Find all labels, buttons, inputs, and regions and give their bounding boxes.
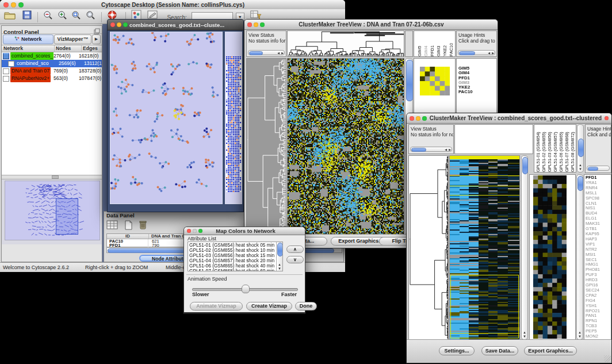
gene-label[interactable]: PHO81 <box>584 267 611 273</box>
speed-slider-thumb[interactable] <box>242 285 250 293</box>
zoom-button[interactable] <box>18 2 24 7</box>
tv2-usage-hscroll[interactable] <box>587 166 610 171</box>
tv1-column-dendrogram-panel[interactable] <box>287 30 404 57</box>
gene-label[interactable]: GTB1 <box>584 227 611 232</box>
zoom-matrix-canvas[interactable] <box>420 67 450 95</box>
tv2-zoom-panel[interactable] <box>529 174 576 340</box>
done-button[interactable]: Done <box>295 302 317 311</box>
resize-grip[interactable] <box>604 355 611 362</box>
tv2-gene-dendrogram-panel[interactable] <box>408 155 449 340</box>
move-up-button[interactable]: ∧ <box>286 246 304 253</box>
scroll-left-icon[interactable]: ◀ <box>445 148 447 151</box>
open-file-icon[interactable] <box>3 10 16 24</box>
gene-label[interactable]: SEC1 <box>584 258 611 263</box>
zoom-button[interactable] <box>123 22 128 27</box>
main-titlebar[interactable]: Cytoscape Desktop (Session Name: collins… <box>0 0 345 10</box>
move-down-button[interactable]: ∨ <box>286 256 304 263</box>
scroll-up-icon[interactable]: ▲ <box>577 331 583 334</box>
network-list-row[interactable]: combined_sco2569(6)13112(15) <box>2 60 102 67</box>
tv2-column-dendrogram-panel[interactable] <box>454 124 533 154</box>
scroll-up-icon[interactable]: ▲ <box>522 331 527 334</box>
settings-button[interactable]: Settings... <box>439 346 475 355</box>
gene-label[interactable]: VIP1 <box>584 242 611 247</box>
scroll-left-icon[interactable]: ◀ <box>277 51 280 55</box>
tv2-status-hscroll[interactable]: ◀ ▶ <box>410 147 452 152</box>
zoom-button[interactable] <box>260 22 265 27</box>
gene-label[interactable]: HRD3 <box>584 278 611 283</box>
tv1-titlebar[interactable]: ClusterMaker TreeView : DNA and Tran 07-… <box>244 20 498 30</box>
gene-label[interactable]: MAK31 <box>584 221 611 227</box>
tv2-zoom-vscroll[interactable]: ▲ ▼ <box>576 174 583 340</box>
gene-label[interactable]: MSI1 <box>584 252 611 258</box>
zoom-selected-icon[interactable] <box>71 10 82 24</box>
network-list-row[interactable]: DNA and Tran 07769(0)183728(0) <box>2 67 102 75</box>
hscroll-thumb[interactable] <box>411 148 426 152</box>
hscroll-thumb[interactable] <box>249 51 263 55</box>
attr-list-vscroll[interactable]: ▲ ▼ <box>276 242 282 271</box>
minimize-button[interactable] <box>11 2 16 7</box>
gene-label[interactable]: HMG1 <box>584 262 611 267</box>
gene-label[interactable]: RPO21 <box>584 309 611 314</box>
close-button[interactable] <box>187 229 191 233</box>
gene-label[interactable]: HAP3 <box>584 237 611 242</box>
gene-label[interactable]: BUD4 <box>584 211 611 216</box>
table-mode-icon[interactable] <box>106 220 119 232</box>
zoom-in-icon[interactable] <box>57 10 68 24</box>
heatmap-canvas[interactable] <box>450 156 519 339</box>
scroll-down-icon[interactable]: ▼ <box>277 267 282 270</box>
zoom-button[interactable] <box>422 116 427 121</box>
tv1-gene-dendrogram-panel[interactable] <box>246 58 286 235</box>
scroll-down-icon[interactable]: ▼ <box>522 335 527 338</box>
scroll-right-icon[interactable]: ▶ <box>492 51 494 55</box>
gene-label[interactable]: TCB3 <box>584 324 611 329</box>
scroll-down-icon[interactable]: ▼ <box>577 335 583 338</box>
minimize-button[interactable] <box>254 22 258 27</box>
grid-network-canvas[interactable] <box>226 56 242 192</box>
gene-label[interactable]: RPN1 <box>584 319 611 324</box>
network-canvas[interactable] <box>110 32 223 204</box>
close-button[interactable] <box>410 116 414 121</box>
tv2-titlebar[interactable]: ClusterMaker TreeView : combined_scores_… <box>407 113 611 124</box>
gene-label[interactable]: ELG1 <box>584 216 611 221</box>
vscroll-thumb[interactable] <box>277 243 283 256</box>
gene-label[interactable]: SEC24 <box>584 288 611 293</box>
tv1-usage-hscroll[interactable]: ◀ ▶ <box>458 50 495 55</box>
tv2-heatmap-panel[interactable] <box>449 155 520 340</box>
col-header-edges[interactable]: Edges <box>82 45 102 52</box>
gene-label[interactable]: RNR4 <box>584 186 611 191</box>
tab-network[interactable]: Network <box>3 35 53 44</box>
gene-label[interactable]: GPI16 <box>584 283 611 288</box>
zoom-heatmap-canvas[interactable] <box>533 175 567 339</box>
tv1-status-hscroll[interactable]: ◀ ▶ <box>248 50 285 55</box>
gene-label[interactable]: CPA2 <box>584 293 611 298</box>
gene-label[interactable]: CLN1 <box>584 201 611 206</box>
gene-label[interactable]: SPC98 <box>584 196 611 201</box>
float-panel-icon[interactable] <box>94 26 100 37</box>
gene-label[interactable]: MON2 <box>584 334 611 339</box>
vscroll-thumb[interactable] <box>577 176 583 191</box>
close-button[interactable] <box>110 22 115 27</box>
minimize-button[interactable] <box>117 22 121 27</box>
dp-col-id[interactable]: ID <box>107 234 149 239</box>
save-icon[interactable] <box>22 10 32 24</box>
vscroll-thumb[interactable] <box>522 157 528 174</box>
animate-vizmap-button[interactable]: Animate Vizmap <box>190 302 243 311</box>
gene-label[interactable]: PAC10 <box>457 90 496 94</box>
gene-label[interactable]: PAN1 <box>584 313 611 319</box>
secondary-network-view[interactable] <box>225 32 242 204</box>
gene-label[interactable]: YSH1 <box>584 304 611 309</box>
vscroll-thumb[interactable] <box>406 60 413 101</box>
gene-label[interactable]: FIG4 <box>584 298 611 304</box>
col-header-nodes[interactable]: Nodes <box>55 45 82 52</box>
minimize-button[interactable] <box>193 229 197 233</box>
gene-label[interactable]: PEP5 <box>584 329 611 334</box>
panel-divider[interactable] <box>2 175 102 179</box>
hscroll-thumb[interactable] <box>459 51 475 55</box>
tv2-collabel-vscroll[interactable]: ▲ ▼ <box>577 124 584 173</box>
gene-dendrogram-canvas[interactable] <box>247 59 286 235</box>
vscroll-thumb[interactable] <box>578 139 584 157</box>
zoom-button[interactable] <box>198 229 202 233</box>
zoom-fit-icon[interactable] <box>85 10 97 24</box>
col-header-network[interactable]: Network <box>2 45 55 52</box>
gene-label[interactable]: PFD1 <box>584 175 611 181</box>
